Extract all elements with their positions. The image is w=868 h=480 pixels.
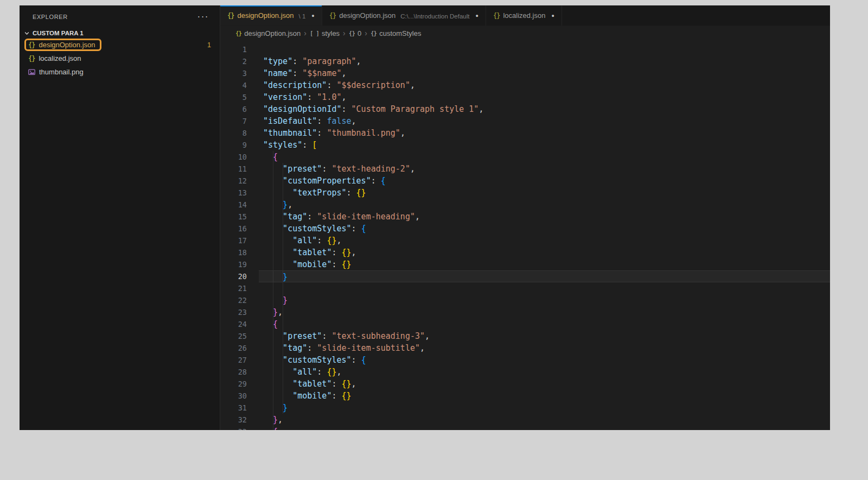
line-number[interactable]: 12 — [220, 175, 247, 187]
symbol-object-icon: {} — [349, 30, 355, 37]
explorer-file-thumbnail.png[interactable]: thumbnail.png — [20, 65, 220, 79]
tab-2-designOption.json[interactable]: {}designOption.jsonC:\...\Introduction D… — [322, 5, 486, 26]
line-content[interactable]: { — [259, 151, 830, 163]
tab-3-localized.json[interactable]: {}localized.json● — [486, 5, 562, 26]
line-content[interactable]: { — [259, 318, 830, 330]
line-number[interactable]: 6 — [220, 103, 247, 115]
tab-label: designOption.json — [339, 11, 395, 20]
code-token: , — [278, 415, 283, 425]
line-number[interactable]: 8 — [220, 127, 247, 139]
line-content[interactable]: }, — [259, 306, 830, 318]
line-content[interactable]: "preset": "text-heading-2", — [259, 163, 830, 175]
line-number[interactable]: 27 — [220, 354, 247, 366]
line-number[interactable]: 2 — [220, 55, 247, 67]
line-content[interactable]: "all": {}, — [259, 366, 830, 378]
line-number[interactable]: 21 — [220, 282, 247, 294]
line-content[interactable]: } — [259, 270, 830, 282]
code-token: , — [400, 128, 405, 138]
line-content[interactable]: "isDefault": false, — [259, 115, 830, 127]
line-number[interactable]: 11 — [220, 163, 247, 175]
line-content[interactable]: "tag": "slide-item-heading", — [259, 211, 830, 223]
line-content[interactable]: "customProperties": { — [259, 175, 830, 187]
line-content[interactable]: } — [259, 294, 830, 306]
code-token: } — [263, 403, 288, 413]
line-number[interactable]: 14 — [220, 199, 247, 211]
line-number[interactable]: 1 — [220, 43, 247, 55]
code-token: : — [342, 104, 352, 114]
code-token: : — [322, 164, 331, 174]
line-number[interactable]: 13 — [220, 187, 247, 199]
line-content[interactable] — [259, 43, 830, 55]
line-number[interactable]: 26 — [220, 342, 247, 354]
line-number[interactable]: 28 — [220, 366, 247, 378]
explorer-file-localized.json[interactable]: {}localized.json — [20, 52, 220, 65]
code-line-27: 27 "customStyles": { — [220, 354, 830, 366]
line-number[interactable]: 20 — [220, 270, 247, 282]
line-number[interactable]: 3 — [220, 67, 247, 79]
code-token: , — [342, 68, 347, 78]
line-number[interactable]: 4 — [220, 79, 247, 91]
line-content[interactable]: "styles": [ — [259, 139, 830, 151]
line-number[interactable]: 22 — [220, 294, 247, 306]
code-token: "preset" — [263, 331, 322, 341]
line-content[interactable]: "thumbnail": "thumbnail.png", — [259, 127, 830, 139]
code-token: "type" — [263, 56, 292, 66]
line-number[interactable]: 18 — [220, 247, 247, 258]
line-number[interactable]: 19 — [220, 258, 247, 270]
line-content[interactable]: "type": "paragraph", — [259, 55, 830, 67]
breadcrumb-item-0[interactable]: {}0 — [349, 29, 361, 37]
line-content[interactable]: "mobile": {} — [259, 390, 830, 402]
line-content[interactable]: "tablet": {}, — [259, 378, 830, 390]
code-token: , — [352, 379, 356, 389]
modified-dot-icon[interactable]: ● — [311, 13, 314, 18]
line-content[interactable]: "all": {}, — [259, 235, 830, 247]
folder-section-header[interactable]: CUSTOM PARA 1 — [20, 28, 220, 38]
line-content[interactable]: } — [259, 402, 830, 414]
code-token: "description" — [263, 80, 327, 90]
line-content[interactable]: "customStyles": { — [259, 354, 830, 366]
line-number[interactable]: 29 — [220, 378, 247, 390]
code-token: "tag" — [263, 343, 307, 353]
line-content[interactable]: "tablet": {}, — [259, 247, 830, 258]
line-content[interactable]: { — [259, 426, 830, 430]
explorer-file-designOption.json[interactable]: {}designOption.json1 — [20, 38, 220, 52]
line-number[interactable]: 15 — [220, 211, 247, 223]
line-number[interactable]: 31 — [220, 402, 247, 414]
tab-1-designOption.json[interactable]: {}designOption.json\ 1● — [220, 5, 322, 26]
line-content[interactable]: "preset": "text-subheading-3", — [259, 330, 830, 342]
line-number[interactable]: 24 — [220, 318, 247, 330]
breadcrumb-item-styles[interactable]: [ ]styles — [310, 29, 340, 37]
line-content[interactable]: "description": "$$description", — [259, 79, 830, 91]
breadcrumb-item-customStyles[interactable]: {}customStyles — [371, 29, 422, 37]
line-number[interactable]: 7 — [220, 115, 247, 127]
breadcrumb-item-designOption.json[interactable]: {}designOption.json — [235, 29, 301, 37]
line-content[interactable]: "version": "1.0", — [259, 91, 830, 103]
line-number[interactable]: 23 — [220, 306, 247, 318]
line-content[interactable]: "mobile": {} — [259, 258, 830, 270]
line-content[interactable] — [259, 282, 830, 294]
line-number[interactable]: 33 — [220, 426, 247, 430]
code-token: "all" — [263, 367, 317, 377]
line-number[interactable]: 30 — [220, 390, 247, 402]
line-content[interactable]: "customStyles": { — [259, 223, 830, 235]
line-content[interactable]: }, — [259, 199, 830, 211]
line-content[interactable]: }, — [259, 414, 830, 426]
modified-dot-icon[interactable]: ● — [551, 13, 554, 18]
line-number[interactable]: 25 — [220, 330, 247, 342]
code-line-19: 19 "mobile": {} — [220, 258, 830, 270]
line-content[interactable]: "tag": "slide-item-subtitle", — [259, 342, 830, 354]
line-number[interactable]: 32 — [220, 414, 247, 426]
modified-dot-icon[interactable]: ● — [476, 13, 478, 18]
code-editor[interactable]: 12"type": "paragraph",3"name": "$$name",… — [220, 40, 830, 430]
line-number[interactable]: 10 — [220, 151, 247, 163]
line-number[interactable]: 16 — [220, 223, 247, 235]
tab-path-detail: \ 1 — [299, 12, 306, 20]
line-content[interactable]: "textProps": {} — [259, 187, 830, 199]
line-number[interactable]: 5 — [220, 91, 247, 103]
code-token: "tablet" — [263, 248, 331, 257]
line-number[interactable]: 9 — [220, 139, 247, 151]
line-content[interactable]: "name": "$$name", — [259, 67, 830, 79]
line-number[interactable]: 17 — [220, 235, 247, 247]
more-actions-icon[interactable]: ··· — [197, 14, 209, 20]
line-content[interactable]: "designOptionId": "Custom Paragraph styl… — [259, 103, 830, 115]
